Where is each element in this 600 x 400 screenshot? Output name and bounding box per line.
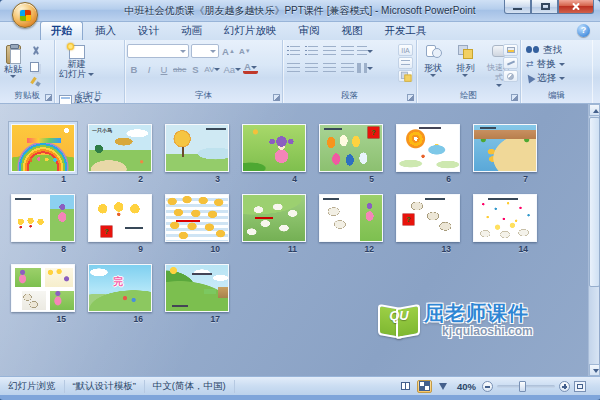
slide-thumbnail-10[interactable]	[165, 194, 229, 242]
close-button[interactable]	[558, 0, 594, 14]
underline-button[interactable]: U	[157, 62, 171, 76]
paste-icon	[6, 45, 21, 64]
align-left-button[interactable]	[285, 61, 301, 74]
tab-slideshow[interactable]: 幻灯片放映	[214, 22, 287, 40]
vertical-scrollbar[interactable]	[588, 104, 599, 376]
select-button[interactable]: 选择	[523, 71, 590, 85]
clipboard-dialog-launcher[interactable]	[45, 94, 52, 101]
slide-thumbnail-16[interactable]: 完	[88, 264, 152, 312]
slide-thumbnail-7[interactable]	[473, 124, 537, 172]
justify-button[interactable]	[339, 61, 355, 74]
question-box: ?	[403, 214, 414, 225]
zoom-slider[interactable]	[497, 385, 555, 388]
slide-thumbnail-8[interactable]	[11, 194, 75, 242]
format-painter-button[interactable]	[28, 75, 44, 88]
bold-button[interactable]: B	[127, 62, 141, 76]
tab-home[interactable]: 开始	[40, 21, 83, 40]
slide-thumbnail-6[interactable]	[396, 124, 460, 172]
slide-sorter-icon	[420, 382, 429, 390]
slide-thumbnail-13[interactable]: ?	[396, 194, 460, 242]
shapes-button[interactable]: 形状	[419, 43, 447, 91]
columns-button[interactable]	[357, 61, 373, 74]
text-direction-button[interactable]: IIA	[398, 44, 413, 56]
slide-number: 13	[442, 244, 451, 254]
help-icon[interactable]: ?	[577, 24, 590, 37]
tab-view[interactable]: 视图	[332, 22, 373, 40]
font-size-combo[interactable]	[191, 44, 219, 58]
status-view-mode: 幻灯片浏览	[0, 380, 65, 393]
slide-sorter-canvas[interactable]: 1 一只小鸟 2 3 4 ? 5 6	[0, 104, 600, 376]
shrink-font-button[interactable]: A▼	[238, 44, 252, 58]
slide-sorter-view-button[interactable]	[417, 380, 432, 393]
scroll-up-arrow[interactable]	[589, 104, 600, 116]
tab-animations[interactable]: 动画	[171, 22, 212, 40]
line-spacing-button[interactable]	[357, 44, 373, 57]
convert-smartart-button[interactable]	[398, 70, 413, 82]
increase-indent-button[interactable]	[339, 44, 355, 57]
fit-to-window-button[interactable]	[574, 381, 586, 392]
bullets-button[interactable]	[285, 44, 301, 57]
numbering-button[interactable]	[303, 44, 319, 57]
slide-thumbnail-15[interactable]	[11, 264, 75, 312]
strikethrough-button[interactable]: abe	[172, 62, 187, 76]
title-bar[interactable]: 中班社会优质课《朋友越多越快乐》PPT课件 [兼容模式] - Microsoft…	[0, 0, 600, 22]
slide-thumbnail-4[interactable]	[242, 124, 306, 172]
slide-cell: 15	[11, 264, 75, 326]
slide-number: 9	[138, 244, 143, 254]
group-drawing: 形状 排列 快速样式 绘图	[417, 40, 521, 103]
paragraph-dialog-launcher[interactable]	[407, 94, 414, 101]
status-design-template[interactable]: “默认设计模板”	[65, 380, 145, 393]
shape-outline-button[interactable]	[503, 57, 518, 69]
slide-thumbnail-9[interactable]: ?	[88, 194, 152, 242]
tab-design[interactable]: 设计	[128, 22, 169, 40]
scrollbar-thumb[interactable]	[589, 117, 600, 287]
slide-cell: 6	[396, 124, 460, 186]
tab-developer[interactable]: 开发工具	[375, 22, 437, 40]
slide-cell: 10	[165, 194, 229, 256]
italic-button[interactable]: I	[142, 62, 156, 76]
slide-thumbnail-1[interactable]	[11, 124, 75, 172]
slide-thumbnail-14[interactable]	[473, 194, 537, 242]
align-right-button[interactable]	[321, 61, 337, 74]
status-language[interactable]: 中文(简体，中国)	[145, 380, 235, 393]
slide-thumbnail-3[interactable]	[165, 124, 229, 172]
minimize-button[interactable]	[504, 0, 531, 14]
font-dialog-launcher[interactable]	[273, 94, 280, 101]
find-button[interactable]: 查找	[523, 43, 590, 57]
align-center-button[interactable]	[303, 61, 319, 74]
zoom-in-button[interactable]	[559, 381, 570, 392]
tab-review[interactable]: 审阅	[289, 22, 330, 40]
slideshow-view-button[interactable]	[436, 380, 451, 393]
decrease-indent-button[interactable]	[321, 44, 337, 57]
slide-thumbnail-12[interactable]	[319, 194, 383, 242]
zoom-out-button[interactable]	[482, 381, 493, 392]
slide-thumbnail-17[interactable]	[165, 264, 229, 312]
grow-font-button[interactable]: A▲	[221, 44, 236, 58]
tab-insert[interactable]: 插入	[85, 22, 126, 40]
zoom-level[interactable]: 40%	[457, 381, 476, 392]
new-slide-button[interactable]: 新建 幻灯片	[57, 43, 96, 91]
align-text-button[interactable]	[398, 57, 413, 69]
office-button[interactable]	[12, 2, 38, 28]
maximize-button[interactable]	[531, 0, 558, 14]
zoom-slider-thumb[interactable]	[519, 381, 526, 392]
shape-effects-button[interactable]	[503, 70, 518, 82]
drawing-dialog-launcher[interactable]	[511, 94, 518, 101]
slide-thumbnail-2[interactable]: 一只小鸟	[88, 124, 152, 172]
scroll-down-arrow[interactable]	[589, 364, 600, 376]
replace-button[interactable]: ⇄替换	[523, 57, 590, 71]
shadow-button[interactable]: S	[188, 62, 202, 76]
copy-button[interactable]	[28, 60, 44, 73]
arrange-button[interactable]: 排列	[451, 43, 479, 91]
cut-button[interactable]	[28, 45, 44, 58]
slide-thumbnail-11[interactable]	[242, 194, 306, 242]
normal-view-button[interactable]	[398, 380, 413, 393]
font-color-button[interactable]: A	[243, 62, 258, 74]
paste-button[interactable]: 粘贴	[2, 43, 24, 91]
copy-icon	[30, 62, 39, 72]
character-spacing-button[interactable]: AV	[203, 62, 221, 76]
change-case-button[interactable]: Aa	[222, 62, 242, 76]
slide-thumbnail-5[interactable]: ?	[319, 124, 383, 172]
shape-fill-button[interactable]	[503, 44, 518, 56]
font-name-combo[interactable]	[127, 44, 189, 58]
